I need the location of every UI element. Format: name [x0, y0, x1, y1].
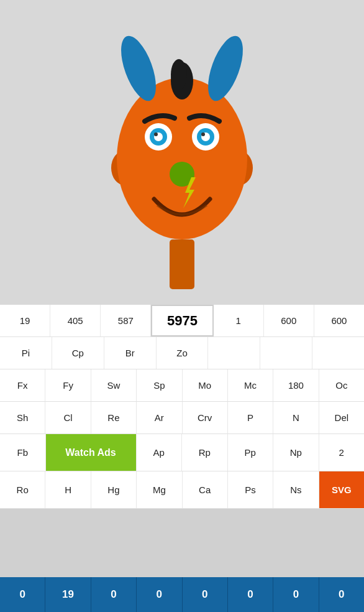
cell-180[interactable]: 180: [273, 369, 319, 401]
cell-ro[interactable]: Ro: [0, 471, 45, 508]
bottom-cell-1: 19: [45, 577, 91, 612]
row2: Fx Fy Sw Sp Mo Mc 180 Oc: [0, 369, 364, 402]
bottom-cell-6: 0: [273, 577, 319, 612]
cell-cl[interactable]: Cl: [45, 402, 91, 434]
cell-2[interactable]: 2: [319, 434, 365, 471]
score-cell-5: 600: [264, 305, 314, 336]
cell-re[interactable]: Re: [91, 402, 137, 434]
cell-del[interactable]: Del: [319, 402, 364, 434]
row1: Pi Cp Br Zo: [0, 337, 364, 369]
cell-sw[interactable]: Sw: [91, 369, 137, 401]
character-svg: [83, 9, 281, 295]
svg-point-15: [201, 132, 205, 136]
cell-sp[interactable]: Sp: [137, 369, 182, 401]
bottom-cell-0: 0: [0, 577, 45, 612]
svg-point-14: [154, 132, 158, 136]
cell-sh[interactable]: Sh: [0, 402, 45, 434]
row3: Sh Cl Re Ar Crv P N Del: [0, 402, 364, 434]
bottom-cell-2: 0: [91, 577, 137, 612]
score-row: 19 405 587 5975 1 600 600: [0, 305, 364, 337]
svg-button[interactable]: SVG: [319, 471, 364, 508]
score-cell-0: 19: [0, 305, 50, 336]
cell-empty2: [260, 337, 312, 369]
cell-ps[interactable]: Ps: [228, 471, 273, 508]
main-score: 5975: [151, 305, 213, 336]
cell-fy[interactable]: Fy: [45, 369, 91, 401]
cell-n[interactable]: N: [273, 402, 319, 434]
bottom-row: 0 19 0 0 0 0 0 0: [0, 577, 364, 612]
row4: Fb Watch Ads Ap Rp Pp Np 2: [0, 434, 364, 471]
svg-rect-0: [170, 239, 194, 289]
score-cell-1: 405: [50, 305, 101, 336]
cell-ar[interactable]: Ar: [137, 402, 182, 434]
cell-ap[interactable]: Ap: [137, 434, 183, 471]
cell-pi[interactable]: Pi: [0, 337, 52, 369]
cell-h[interactable]: H: [45, 471, 91, 508]
score-cell-6: 600: [314, 305, 364, 336]
bottom-cell-3: 0: [137, 577, 182, 612]
bottom-cell-4: 0: [183, 577, 228, 612]
cell-br[interactable]: Br: [104, 337, 157, 369]
cell-empty3: [312, 337, 364, 369]
character-area: [0, 0, 364, 305]
cell-ca[interactable]: Ca: [183, 471, 228, 508]
cell-crv[interactable]: Crv: [183, 402, 228, 434]
watch-ads-cell[interactable]: Watch Ads: [46, 434, 137, 471]
cell-fx[interactable]: Fx: [0, 369, 45, 401]
cell-mg[interactable]: Mg: [137, 471, 182, 508]
cell-oc[interactable]: Oc: [319, 369, 364, 401]
score-cell-2: 587: [101, 305, 151, 336]
svg-point-7: [171, 59, 187, 90]
score-cell-4: 1: [214, 305, 264, 336]
watch-ads-button[interactable]: Watch Ads: [46, 434, 136, 471]
cell-empty1: [208, 337, 260, 369]
bottom-cell-7: 0: [319, 577, 364, 612]
bottom-cell-5: 0: [228, 577, 273, 612]
cell-pp[interactable]: Pp: [228, 434, 274, 471]
cell-fb[interactable]: Fb: [0, 434, 46, 471]
cell-np[interactable]: Np: [273, 434, 319, 471]
cell-mc[interactable]: Mc: [228, 369, 273, 401]
cell-rp[interactable]: Rp: [182, 434, 228, 471]
cell-hg[interactable]: Hg: [91, 471, 137, 508]
cell-ns[interactable]: Ns: [273, 471, 319, 508]
grid-area: 19 405 587 5975 1 600 600 Pi Cp Br Zo Fx…: [0, 305, 364, 509]
cell-p[interactable]: P: [228, 402, 273, 434]
row5: Ro H Hg Mg Ca Ps Ns SVG: [0, 471, 364, 509]
cell-cp[interactable]: Cp: [52, 337, 104, 369]
cell-zo[interactable]: Zo: [157, 337, 209, 369]
cell-mo[interactable]: Mo: [183, 369, 228, 401]
